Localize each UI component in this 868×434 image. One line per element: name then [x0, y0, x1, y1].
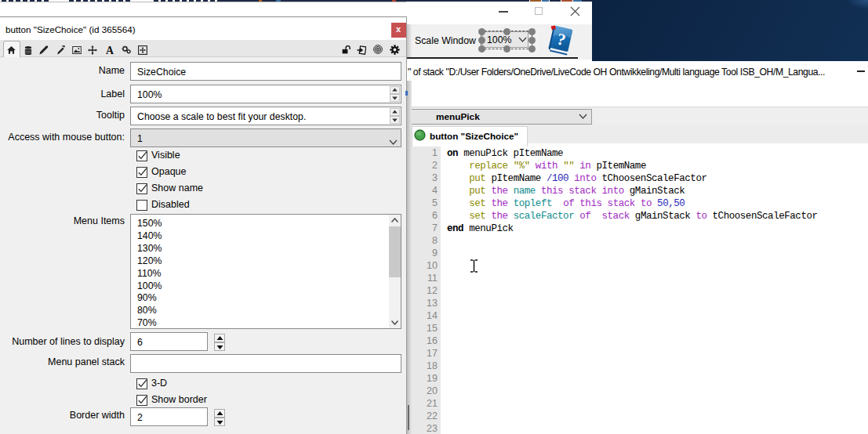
svg-text:A: A	[106, 45, 114, 55]
